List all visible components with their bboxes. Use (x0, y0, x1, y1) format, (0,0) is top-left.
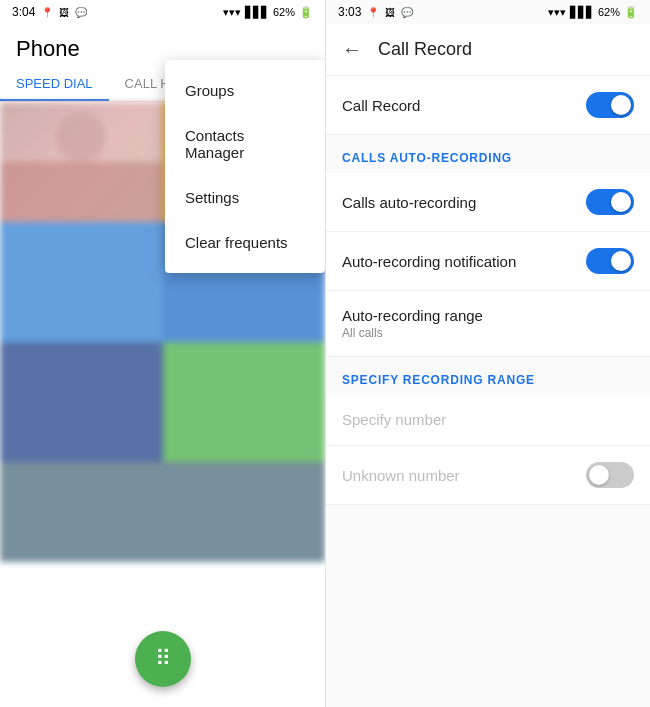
message-icon: 💬 (75, 7, 87, 18)
menu-item-settings[interactable]: Settings (165, 175, 325, 220)
back-button[interactable]: ← (342, 38, 362, 61)
specify-settings-list: Specify number Unknown number (326, 395, 650, 505)
auto-recording-range-label: Auto-recording range (342, 307, 483, 324)
call-record-toggle-thumb (611, 95, 631, 115)
specify-recording-range-header: SPECIFY RECORDING RANGE (326, 357, 650, 395)
grid-cell-3[interactable] (0, 222, 163, 342)
right-location-icon: 📍 (367, 7, 379, 18)
auto-recording-range-col: Auto-recording range All calls (342, 307, 483, 340)
tab-speed-dial[interactable]: SPEED DIAL (0, 66, 109, 101)
call-record-header: ← Call Record (326, 24, 650, 76)
phone-title: Phone (0, 24, 325, 62)
dropdown-menu: Groups Contacts Manager Settings Clear f… (165, 60, 325, 273)
battery-icon: 🔋 (299, 6, 313, 19)
specify-number-label: Specify number (342, 411, 446, 428)
unknown-number-row[interactable]: Unknown number (326, 446, 650, 505)
right-time: 3:03 (338, 5, 361, 19)
right-panel: 3:03 📍 🖼 💬 ▾▾▾ ▋▋▋ 62% 🔋 ← Call Record C… (325, 0, 650, 707)
dial-fab[interactable]: ⠿ (135, 631, 191, 687)
setting-auto-recording-range[interactable]: Auto-recording range All calls (326, 291, 650, 357)
unknown-number-label: Unknown number (342, 467, 460, 484)
call-record-title: Call Record (378, 39, 472, 60)
right-battery-level: 62% (598, 6, 620, 18)
menu-item-contacts-manager[interactable]: Contacts Manager (165, 113, 325, 175)
battery-level: 62% (273, 6, 295, 18)
auto-recording-notification-label: Auto-recording notification (342, 253, 516, 270)
dial-fab-icon: ⠿ (155, 646, 170, 672)
location-icon: 📍 (41, 7, 53, 18)
notification-toggle-thumb (611, 251, 631, 271)
left-status-bar: 3:04 📍 🖼 💬 ▾▾▾ ▋▋▋ 62% 🔋 (0, 0, 325, 24)
photo-icon: 🖼 (59, 7, 69, 18)
right-signal-icon: ▋▋▋ (570, 6, 594, 19)
grid-cell-7[interactable] (0, 462, 325, 562)
unknown-number-toggle[interactable] (586, 462, 634, 488)
auto-recording-label: Calls auto-recording (342, 194, 476, 211)
right-status-bar: 3:03 📍 🖼 💬 ▾▾▾ ▋▋▋ 62% 🔋 (326, 0, 650, 24)
left-time: 3:04 (12, 5, 35, 19)
specify-number-row[interactable]: Specify number (326, 395, 650, 446)
grid-cell-5[interactable] (0, 342, 163, 462)
auto-recording-toggle-thumb (611, 192, 631, 212)
calls-auto-recording-header: CALLS AUTO-RECORDING (326, 135, 650, 173)
setting-call-record[interactable]: Call Record (326, 76, 650, 135)
menu-item-clear-frequents[interactable]: Clear frequents (165, 220, 325, 265)
auto-recording-toggle[interactable] (586, 189, 634, 215)
setting-auto-recording[interactable]: Calls auto-recording (326, 173, 650, 232)
call-record-toggle[interactable] (586, 92, 634, 118)
menu-item-groups[interactable]: Groups (165, 68, 325, 113)
right-battery-icon: 🔋 (624, 6, 638, 19)
setting-auto-recording-notification[interactable]: Auto-recording notification (326, 232, 650, 291)
right-wifi-icon: ▾▾▾ (548, 6, 566, 19)
unknown-number-toggle-thumb (589, 465, 609, 485)
call-record-label: Call Record (342, 97, 420, 114)
settings-list: Call Record CALLS AUTO-RECORDING Calls a… (326, 76, 650, 357)
wifi-icon: ▾▾▾ (223, 6, 241, 19)
right-photo-icon: 🖼 (385, 7, 395, 18)
signal-icon: ▋▋▋ (245, 6, 269, 19)
grid-cell-1[interactable] (0, 102, 163, 222)
notification-toggle[interactable] (586, 248, 634, 274)
right-message-icon: 💬 (401, 7, 413, 18)
grid-cell-6[interactable] (163, 342, 326, 462)
auto-recording-range-sublabel: All calls (342, 326, 483, 340)
